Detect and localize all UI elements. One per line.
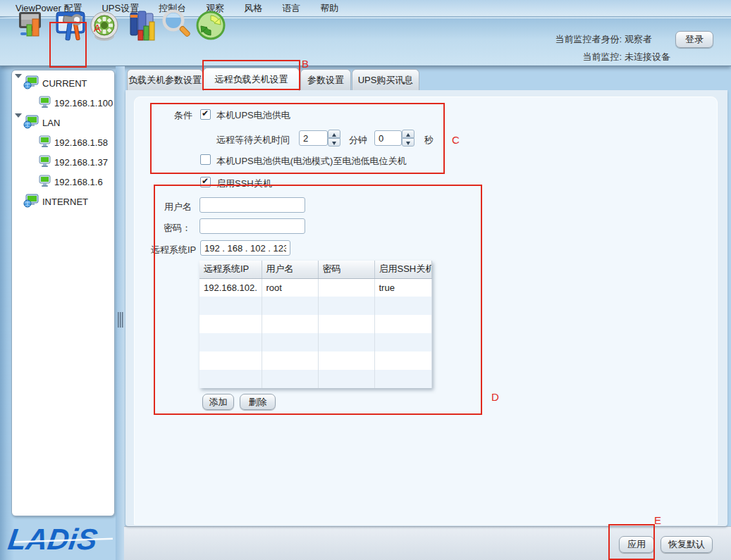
tree-item-label: INTERNET	[42, 197, 88, 207]
username-input[interactable]	[199, 197, 305, 213]
minutes-spinner	[328, 130, 340, 147]
low-battery-label: 本机UPS电池供电(电池模式)至电池低电位关机	[216, 155, 406, 168]
tree-item-label: 192.168.1.58	[54, 137, 108, 148]
tree-item-label: LAN	[42, 118, 60, 128]
tree-item-label: CURRENT	[42, 78, 87, 89]
spin-up-icon[interactable]	[402, 130, 414, 138]
device-icon	[39, 135, 51, 150]
table-empty-row[interactable]	[199, 315, 431, 333]
delete-button[interactable]: 删除	[240, 394, 276, 410]
ssh-enable-checkbox[interactable]	[200, 177, 211, 187]
cell-password[interactable]	[318, 278, 374, 297]
menu-style[interactable]: 风格	[234, 0, 272, 17]
seconds-spinner	[402, 130, 414, 147]
identity-value: 观察者	[625, 33, 652, 46]
tab-load-shutdown-params[interactable]: 负载关机参数设置	[127, 69, 203, 90]
tree-item-device[interactable]: 192.168.1.6	[12, 172, 114, 192]
expander-icon[interactable]	[15, 78, 22, 89]
expander-icon[interactable]	[15, 118, 22, 128]
monitor-label: 当前监控:	[536, 51, 622, 63]
configuration-tools-icon[interactable]	[55, 8, 86, 42]
viewpower-window: ViewPower 配置 UPS设置 控制台 观察 风格 语言 帮助	[0, 0, 731, 560]
low-battery-checkbox[interactable]	[200, 154, 211, 165]
col-password[interactable]: 密码	[318, 261, 374, 278]
table-empty-row[interactable]	[199, 351, 431, 370]
col-username[interactable]: 用户名	[262, 261, 318, 278]
login-button[interactable]: 登录	[675, 31, 713, 48]
table-header-row: 远程系统IP 用户名 密码 启用SSH关机	[199, 261, 431, 278]
username-label: 用户名	[164, 201, 192, 213]
search-magnifier-icon[interactable]	[161, 9, 192, 43]
tab-ups-purchase-info[interactable]: UPS购买讯息	[352, 69, 419, 90]
table-empty-row[interactable]	[199, 370, 431, 388]
tree-item-internet[interactable]: INTERNET	[12, 192, 114, 211]
cell-ssh-enabled[interactable]: true	[374, 278, 431, 297]
network-group-icon	[23, 194, 39, 210]
spin-down-icon[interactable]	[328, 138, 340, 147]
device-icon	[39, 175, 51, 189]
condition-label: 条件	[174, 109, 192, 122]
ladis-logo: LADiS	[4, 518, 120, 558]
tree-item-label: 192.168.1.100	[54, 98, 113, 108]
identity-label: 当前监控者身份:	[536, 33, 622, 46]
remote-ip-input[interactable]	[200, 240, 290, 256]
splitter-grip-icon[interactable]	[118, 312, 123, 330]
device-icon	[39, 155, 51, 170]
battery-power-checkbox[interactable]	[200, 109, 211, 120]
menu-help[interactable]: 帮助	[310, 0, 348, 17]
control-gear-icon[interactable]	[89, 11, 120, 44]
spin-down-icon[interactable]	[402, 138, 414, 147]
menu-language[interactable]: 语言	[272, 0, 310, 17]
remote-ip-label: 远程系统IP	[151, 244, 196, 256]
tab-remote-load-shutdown[interactable]: 远程负载关机设置	[203, 68, 300, 91]
add-button[interactable]: 添加	[202, 394, 234, 410]
device-icon	[39, 96, 51, 111]
ssh-enable-label: 启用SSH关机	[216, 178, 272, 190]
tree-item-label: 192.168.1.6	[54, 177, 103, 187]
ssh-hosts-table: 远程系统IP 用户名 密码 启用SSH关机 192.168.102. root …	[199, 261, 432, 388]
col-ssh-enabled[interactable]: 启用SSH关机	[374, 261, 431, 278]
password-input[interactable]	[199, 218, 305, 234]
panel-splitter[interactable]	[116, 66, 125, 560]
table-empty-row[interactable]	[199, 333, 431, 351]
monitor-value: 未连接设备	[625, 51, 670, 63]
tree-item-device[interactable]: 192.168.1.37	[12, 152, 114, 172]
restore-default-button[interactable]: 恢复默认	[661, 536, 713, 553]
spin-up-icon[interactable]	[328, 130, 340, 138]
wait-seconds-input[interactable]	[374, 130, 402, 146]
tree-item-device[interactable]: 192.168.1.100	[12, 93, 114, 113]
wait-time-label: 远程等待关机时间	[216, 134, 290, 147]
network-group-icon	[23, 75, 39, 92]
tree-item-current[interactable]: CURRENT	[12, 73, 114, 93]
tree-item-device[interactable]: 192.168.1.58	[12, 132, 114, 152]
tree-item-lan[interactable]: LAN	[12, 113, 114, 132]
tree-item-label: 192.168.1.37	[54, 157, 108, 168]
table-empty-row[interactable]	[199, 297, 431, 315]
seconds-unit-label: 秒	[424, 134, 434, 147]
table-row[interactable]: 192.168.102. root true	[199, 278, 431, 297]
battery-power-label: 本机UPS电池供电	[216, 109, 290, 122]
network-group-icon	[23, 115, 39, 131]
device-tree-panel: CURRENT 192.168.1.100 LAN 192.168.1.58	[11, 70, 115, 516]
apply-button[interactable]: 应用	[619, 536, 654, 553]
monitor-view-icon[interactable]	[18, 9, 49, 43]
minutes-unit-label: 分钟	[349, 134, 367, 147]
col-remote-ip[interactable]: 远程系统IP	[199, 261, 262, 278]
wait-minutes-input[interactable]	[299, 130, 328, 146]
password-label: 密码：	[164, 222, 191, 235]
log-books-icon[interactable]	[128, 9, 159, 43]
tab-parameter-settings[interactable]: 参数设置	[300, 69, 351, 90]
cell-username[interactable]: root	[262, 278, 318, 297]
cell-remote-ip[interactable]: 192.168.102.	[199, 278, 262, 297]
refresh-sync-icon[interactable]	[195, 9, 226, 43]
